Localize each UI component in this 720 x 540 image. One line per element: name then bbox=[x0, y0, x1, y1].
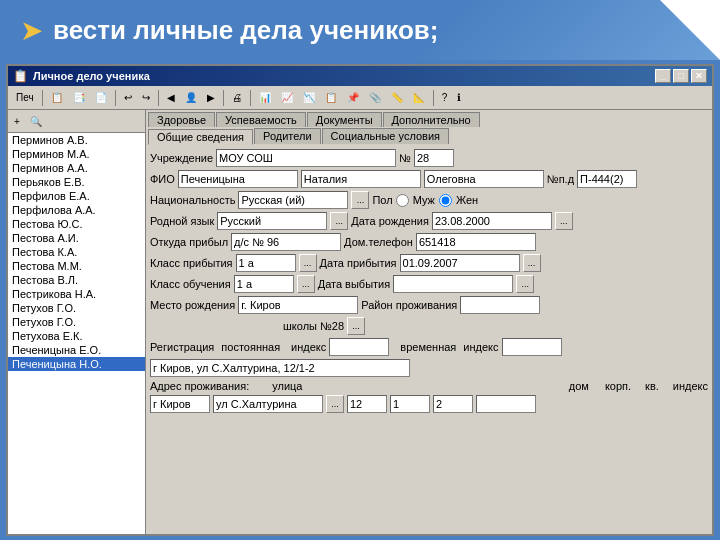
from-input[interactable] bbox=[231, 233, 341, 251]
student-item[interactable]: Печеницына Е.О. bbox=[8, 343, 145, 357]
gender-muz-radio[interactable] bbox=[396, 194, 409, 207]
departure-date-input[interactable] bbox=[393, 275, 513, 293]
tab2-2[interactable]: Социальные условия bbox=[322, 128, 449, 144]
toolbar-sep3 bbox=[158, 90, 159, 106]
district-label: Район проживания bbox=[361, 299, 457, 311]
class-arrival-input[interactable] bbox=[236, 254, 296, 272]
gender-zhen-label: Жен bbox=[456, 194, 478, 206]
student-list[interactable]: Перминов А.В.Перминов М.А.Перминов А.А.П… bbox=[8, 133, 145, 534]
toolbar-icons1[interactable]: 📊 bbox=[255, 89, 275, 107]
student-item[interactable]: Перминов М.А. bbox=[8, 147, 145, 161]
toolbar-btn3[interactable]: 📄 bbox=[91, 89, 111, 107]
nomer-input[interactable] bbox=[577, 170, 637, 188]
student-item[interactable]: Перьяков Е.В. bbox=[8, 175, 145, 189]
apt-input[interactable] bbox=[433, 395, 473, 413]
toolbar-nav-prev[interactable]: ◀ bbox=[163, 89, 179, 107]
toolbar-icons3[interactable]: 📉 bbox=[299, 89, 319, 107]
toolbar-nav-person[interactable]: 👤 bbox=[181, 89, 201, 107]
reg-temp-index-input[interactable] bbox=[502, 338, 562, 356]
tab2-0[interactable]: Общие сведения bbox=[148, 129, 253, 145]
student-item[interactable]: Петухова Е.К. bbox=[8, 329, 145, 343]
birthdate-input[interactable] bbox=[432, 212, 552, 230]
tab-3[interactable]: Дополнительно bbox=[383, 112, 480, 127]
tab-1[interactable]: Успеваемость bbox=[216, 112, 306, 127]
arrival-date-browse[interactable]: ... bbox=[523, 254, 541, 272]
address-label: Адрес проживания: bbox=[150, 380, 249, 392]
toolbar-icons6[interactable]: 📎 bbox=[365, 89, 385, 107]
student-item[interactable]: Пестрикова Н.А. bbox=[8, 287, 145, 301]
list-add[interactable]: + bbox=[10, 112, 24, 130]
firstname-input[interactable] bbox=[301, 170, 421, 188]
number-input[interactable] bbox=[414, 149, 454, 167]
district-input[interactable] bbox=[460, 296, 540, 314]
class-arrival-browse[interactable]: ... bbox=[299, 254, 317, 272]
toolbar-print2[interactable]: 🖨 bbox=[228, 89, 246, 107]
reg-address-input[interactable] bbox=[150, 359, 410, 377]
list-search[interactable]: 🔍 bbox=[26, 112, 46, 130]
student-item[interactable]: Печеницына Н.О. bbox=[8, 357, 145, 371]
lang-input[interactable] bbox=[217, 212, 327, 230]
phone-input[interactable] bbox=[416, 233, 536, 251]
toolbar-icons8[interactable]: 📐 bbox=[409, 89, 429, 107]
student-item[interactable]: Перфилова А.А. bbox=[8, 203, 145, 217]
maximize-button[interactable]: □ bbox=[673, 69, 689, 83]
toolbar-btn2[interactable]: 📑 bbox=[69, 89, 89, 107]
lastname-input[interactable] bbox=[178, 170, 298, 188]
student-item[interactable]: Перфилов Е.А. bbox=[8, 189, 145, 203]
class-study-label: Класс обучения bbox=[150, 278, 231, 290]
building-input[interactable] bbox=[390, 395, 430, 413]
toolbar-icons2[interactable]: 📈 bbox=[277, 89, 297, 107]
index-input[interactable] bbox=[476, 395, 536, 413]
student-item[interactable]: Петухов Г.О. bbox=[8, 301, 145, 315]
student-item[interactable]: Пестова А.И. bbox=[8, 231, 145, 245]
student-item[interactable]: Пестова В.Л. bbox=[8, 273, 145, 287]
toolbar-nav-next[interactable]: ▶ bbox=[203, 89, 219, 107]
student-item[interactable]: Петухов Г.О. bbox=[8, 315, 145, 329]
toolbar-help[interactable]: ? bbox=[438, 89, 452, 107]
toolbar-icons7[interactable]: 📏 bbox=[387, 89, 407, 107]
street-input[interactable] bbox=[213, 395, 323, 413]
city-input[interactable] bbox=[150, 395, 210, 413]
institution-input[interactable] bbox=[216, 149, 396, 167]
toolbar-redo[interactable]: ↪ bbox=[138, 89, 154, 107]
toolbar-copy[interactable]: 📋 bbox=[47, 89, 67, 107]
nationality-input[interactable] bbox=[238, 191, 348, 209]
house-header: дом bbox=[569, 380, 589, 392]
apt-header: кв. bbox=[645, 380, 659, 392]
nationality-label: Национальность bbox=[150, 194, 235, 206]
tab-2[interactable]: Документы bbox=[307, 112, 382, 127]
reg-row: Регистрация постоянная индекс временная … bbox=[150, 338, 708, 356]
toolbar-icons4[interactable]: 📋 bbox=[321, 89, 341, 107]
tab-0[interactable]: Здоровье bbox=[148, 112, 215, 127]
class-study-browse[interactable]: ... bbox=[297, 275, 315, 293]
gender-zhen-radio[interactable] bbox=[439, 194, 452, 207]
school-browse[interactable]: ... bbox=[347, 317, 365, 335]
birthplace-input[interactable] bbox=[238, 296, 358, 314]
patronymic-input[interactable] bbox=[424, 170, 544, 188]
student-item[interactable]: Пестова К.А. bbox=[8, 245, 145, 259]
student-item[interactable]: Перминов А.А. bbox=[8, 161, 145, 175]
house-input[interactable] bbox=[347, 395, 387, 413]
toolbar-print[interactable]: Печ bbox=[12, 89, 38, 107]
close-button[interactable]: ✕ bbox=[691, 69, 707, 83]
class-study-input[interactable] bbox=[234, 275, 294, 293]
birthdate-browse[interactable]: ... bbox=[555, 212, 573, 230]
phone-label: Дом.телефон bbox=[344, 236, 413, 248]
arrival-date-input[interactable] bbox=[400, 254, 520, 272]
tab2-1[interactable]: Родители bbox=[254, 128, 321, 144]
lang-label: Родной язык bbox=[150, 215, 214, 227]
student-item[interactable]: Перминов А.В. bbox=[8, 133, 145, 147]
reg-index-input[interactable] bbox=[329, 338, 389, 356]
departure-date-browse[interactable]: ... bbox=[516, 275, 534, 293]
toolbar-info[interactable]: ℹ bbox=[453, 89, 465, 107]
minimize-button[interactable]: _ bbox=[655, 69, 671, 83]
class-arrival-row: Класс прибытия ... Дата прибытия ... bbox=[150, 254, 708, 272]
lang-browse[interactable]: ... bbox=[330, 212, 348, 230]
nationality-browse[interactable]: ... bbox=[351, 191, 369, 209]
addr-header-row: Адрес проживания: улица дом корп. кв. ин… bbox=[150, 380, 708, 392]
toolbar-icons5[interactable]: 📌 bbox=[343, 89, 363, 107]
toolbar-undo[interactable]: ↩ bbox=[120, 89, 136, 107]
student-item[interactable]: Пестова М.М. bbox=[8, 259, 145, 273]
student-item[interactable]: Пестова Ю.С. bbox=[8, 217, 145, 231]
addr-browse[interactable]: ... bbox=[326, 395, 344, 413]
